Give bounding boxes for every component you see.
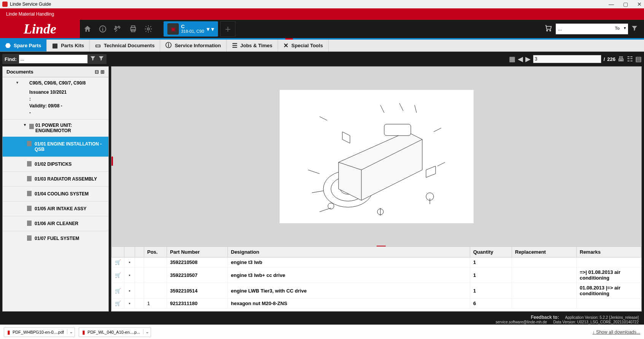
cart-icon[interactable] <box>544 24 553 34</box>
calendar-icon[interactable]: ▦ <box>509 55 515 63</box>
svg-rect-11 <box>384 124 411 136</box>
tab-special-tools[interactable]: ✕ Special Tools <box>278 40 329 51</box>
tree-group[interactable]: 01 POWER UNIT: ENGINE/MOTOR <box>3 119 108 136</box>
file-icon <box>27 235 32 241</box>
feedback-email[interactable]: service.software@linde-mh.de <box>496 320 547 324</box>
cell-blank <box>135 257 144 267</box>
download-filename: PDF_WL_040_A10-en....p... <box>87 330 140 334</box>
cell-rep <box>512 299 577 309</box>
maximize-button[interactable]: ▢ <box>623 1 628 7</box>
bookmark-button[interactable]: ▪ <box>124 257 135 267</box>
col-rep: Replacement <box>512 247 577 257</box>
tree-item-0[interactable]: 01/01 ENGINE INSTALLATION - QSB <box>3 136 108 157</box>
cell-rem: =>| 01.08.2013 air conditioning <box>577 267 641 283</box>
dropdown-icon: ▾ ▾ <box>207 26 214 33</box>
filter-icon[interactable] <box>631 25 638 34</box>
print-button[interactable]: 🖶 <box>618 55 625 63</box>
svg-rect-3 <box>131 30 135 32</box>
tree-item-5[interactable]: 01/06 AIR CLEANER <box>3 216 108 231</box>
splitter-left[interactable] <box>111 157 113 166</box>
add-to-cart-button[interactable]: 🛒 <box>112 283 124 299</box>
table-row[interactable]: 🛒▪3592210514engine LWB Tier3, with CC dr… <box>112 283 641 299</box>
pdf-icon: ▮ <box>7 329 10 335</box>
minimize-button[interactable]: — <box>609 1 614 7</box>
svg-point-6 <box>550 30 551 31</box>
tree-meta: Validity: 09/08 - <box>3 102 108 109</box>
collapse-tree-icon[interactable]: ⊟ <box>95 69 99 75</box>
tools-icon[interactable] <box>110 20 126 38</box>
page-number-input[interactable] <box>533 55 601 63</box>
tree-item-label: 01/02 DIPSTICKS <box>35 162 72 167</box>
tree-item-label: 01/05 AIR INTAKE ASSY <box>35 206 86 211</box>
tree-root-label: C90/5, C90/6, C90/7, C90/8 <box>29 80 86 86</box>
grid-view-icon[interactable]: ☷ <box>627 55 633 63</box>
cell-pn: 3592210507 <box>167 267 228 283</box>
find-input[interactable] <box>19 55 87 63</box>
add-to-cart-button[interactable]: 🛒 <box>112 267 124 283</box>
expand-tree-icon[interactable]: ⊞ <box>100 69 105 75</box>
add-to-cart-button[interactable]: 🛒 <box>112 257 124 267</box>
tree-item-3[interactable]: 01/04 COOLING SYSTEM <box>3 186 108 201</box>
tab-spare-parts[interactable]: ⬣ Spare Parts <box>0 40 47 51</box>
cell-rem <box>577 257 641 267</box>
add-model-button[interactable]: + <box>220 21 235 37</box>
download-file-0[interactable]: ▮ PDF_WHBPG10-en-0....pdf <box>4 327 75 337</box>
app-icon <box>2 2 8 7</box>
sidebar-header: Documents ⊟ ⊞ <box>3 67 108 77</box>
col-cart <box>112 247 124 257</box>
brand-logo: Linde <box>0 20 80 38</box>
info-icon: ⓘ <box>165 42 172 50</box>
to-label: To <box>615 26 620 30</box>
engine-diagram[interactable] <box>280 90 474 223</box>
cell-pn: 3592210514 <box>167 283 228 299</box>
funnel-icon[interactable] <box>90 55 96 63</box>
list-view-icon[interactable]: ▤ <box>635 55 642 63</box>
tab-jobs-times[interactable]: ☰ Jobs & Times <box>227 40 278 51</box>
tab-tech-docs[interactable]: ▭ Technical Documents <box>90 40 160 51</box>
cell-pos <box>144 257 167 267</box>
tab-service-info[interactable]: ⓘ Service Information <box>160 40 226 51</box>
tree-meta: : <box>3 96 108 102</box>
download-file-1[interactable]: ▮ PDF_WL_040_A10-en....p... <box>79 327 151 337</box>
prev-page-button[interactable]: ◀ <box>518 55 523 63</box>
diagram-area[interactable] <box>111 67 641 246</box>
bookmark-button[interactable]: ▪ <box>124 267 135 283</box>
show-all-downloads[interactable]: ↓ Show all downloads... <box>593 329 640 335</box>
header-nav: Linde ▣ C 318-01, C90 ▾ ▾ + To ▾ <box>0 20 644 38</box>
splitter-bottom[interactable] <box>377 246 386 246</box>
window-title: Linde Service Guide <box>10 2 51 7</box>
tab-label: Technical Documents <box>104 43 154 48</box>
model-selector[interactable]: ▣ C 318-01, C90 ▾ ▾ <box>164 21 218 37</box>
tree-root[interactable]: C90/5, C90/6, C90/7, C90/8 <box>3 77 108 89</box>
window-titlebar: Linde Service Guide — ▢ ✕ <box>0 0 644 8</box>
tab-parts-kits[interactable]: ▦ Parts Kits <box>47 40 90 51</box>
tree-item-2[interactable]: 01/03 RADIATOR ASSEMBLY <box>3 171 108 186</box>
file-icon <box>27 176 32 181</box>
cell-qty: 1 <box>470 283 512 299</box>
cell-rem <box>577 299 641 309</box>
chevron-down-icon[interactable]: ▾ <box>624 26 626 30</box>
forklift-icon: ▣ <box>167 23 179 35</box>
table-row[interactable]: 🛒▪3592210507engine t3 lwb+ cc drive1=>| … <box>112 267 641 283</box>
find-label: Find: <box>5 56 17 62</box>
tree-item-label: 01/04 COOLING SYSTEM <box>35 191 89 197</box>
next-page-button[interactable]: ▶ <box>525 55 531 63</box>
file-icon <box>27 161 32 166</box>
table-row[interactable]: 🛒▪19212311180hexagon nut M20-8-ZNS6 <box>112 299 641 309</box>
print-icon[interactable] <box>126 20 141 38</box>
info-icon[interactable] <box>95 20 110 38</box>
tree-item-6[interactable]: 01/07 FUEL SYSTEM <box>3 231 108 246</box>
tree-item-1[interactable]: 01/02 DIPSTICKS <box>3 157 108 171</box>
bookmark-button[interactable]: ▪ <box>124 283 135 299</box>
bookmark-button[interactable]: ▪ <box>124 299 135 309</box>
cell-rep <box>512 283 577 299</box>
funnel-clear-icon[interactable] <box>98 55 104 63</box>
tree-item-4[interactable]: 01/05 AIR INTAKE ASSY <box>3 201 108 216</box>
add-to-cart-button[interactable]: 🛒 <box>112 299 124 309</box>
table-row[interactable]: 🛒▪3592210508engine t3 lwb1 <box>112 257 641 267</box>
workspace: Find: ▦ ◀ ▶ / 226 🖶 ☷ ▤ Documents ⊟ ⊞ <box>0 52 644 314</box>
col-mark <box>124 247 135 257</box>
close-button[interactable]: ✕ <box>637 1 642 7</box>
gear-icon[interactable] <box>141 20 156 38</box>
home-icon[interactable] <box>80 20 95 38</box>
